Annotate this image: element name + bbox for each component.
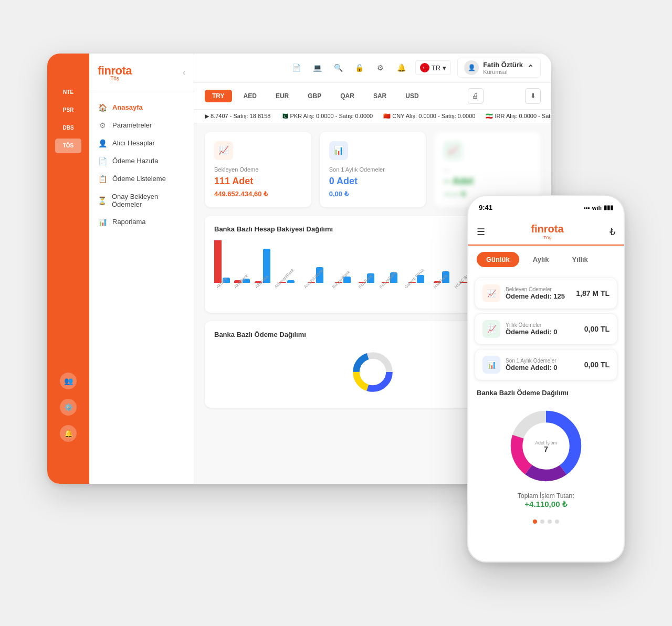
print-button[interactable]: 🖨 [468, 88, 484, 104]
account-icon: 👤 [98, 139, 107, 147]
nte-badge[interactable]: NTE [55, 85, 81, 100]
card2-label: Son 1 Aylık Ödemeler [329, 166, 417, 173]
trending-up-icon: 📈 [487, 289, 496, 298]
currency-eur[interactable]: EUR [268, 90, 296, 102]
card2-icon: 📊 [333, 145, 344, 155]
chart-up-icon: 📈 [487, 325, 496, 333]
mobile-card-value-son1aylik: Ödeme Adedi: 0 [506, 364, 557, 372]
doc-icon[interactable]: 📄 [289, 60, 304, 75]
donut-svg [349, 348, 396, 396]
bar-group-garantibbva: Garanti BBVA [404, 275, 429, 291]
dot-1[interactable] [533, 519, 537, 524]
nav-item-alici-hesaplar[interactable]: 👤 Alıcı Hesaplar [89, 134, 194, 152]
gear-icon[interactable]: ⚙ [373, 60, 388, 75]
mobile-logo: finrota [531, 223, 563, 235]
currency-try[interactable]: TRY [205, 90, 232, 102]
users-icon[interactable]: 👥 [60, 373, 77, 389]
mobile-mockup: 9:41 ▪▪▪ wifi ▮▮▮ ☰ finrota Töş ₺ Günlük… [467, 195, 625, 563]
bar-group-akbank: Akbank [214, 240, 230, 291]
nav-item-onay-bekleyen[interactable]: ⏳ Onay Bekleyen Ödemeler [89, 188, 194, 213]
collapse-button[interactable]: ‹ [183, 68, 185, 77]
currency-usd[interactable]: USD [398, 90, 426, 102]
lang-selector[interactable]: 🇹🇷 TR ▾ [415, 60, 451, 75]
mobile-card-son1aylik: 📊 Son 1 Aylık Ödemeler Ödeme Adedi: 0 0,… [475, 349, 617, 380]
lang-label: TR [432, 64, 440, 72]
currency-aed[interactable]: AED [236, 90, 264, 102]
nav-item-anasayfa[interactable]: 🏠 Anasayfa [89, 99, 194, 116]
mobile-tab-gunluk[interactable]: Günlük [477, 252, 519, 267]
psr-badge[interactable]: PSR [55, 103, 81, 118]
download-button[interactable]: ⬇ [525, 88, 541, 104]
nav-item-odeme-listeleme[interactable]: 📋 Ödeme Listeleme [89, 170, 194, 188]
card1-amount: 449.652.434,60 ₺ [214, 190, 302, 198]
mobile-time: 9:41 [479, 204, 492, 211]
user-info[interactable]: 👤 Fatih Öztürk Kurumsal ⌃ [457, 58, 541, 78]
mobile-currency-icon[interactable]: ₺ [610, 226, 615, 238]
monitor-icon[interactable]: 💻 [310, 60, 325, 75]
currency-qar[interactable]: QAR [333, 90, 362, 102]
bar-chart-icon: 📊 [487, 360, 496, 369]
lang-chevron: ▾ [443, 64, 446, 72]
mobile-card-left-son1aylik: 📊 Son 1 Aylık Ödemeler Ödeme Adedi: 0 [482, 356, 557, 374]
signal-icon: ▪▪▪ [584, 205, 590, 211]
card1-icon: 📈 [218, 145, 229, 155]
mobile-card-amount-bekleyen: 1,87 M TL [576, 289, 610, 298]
nav-label-onay-bekleyen: Onay Bekleyen Ödemeler [112, 193, 185, 208]
mobile-header: ☰ finrota Töş ₺ [468, 219, 624, 246]
nav-item-parametreler[interactable]: ⚙ Parametreler [89, 116, 194, 134]
lock-icon[interactable]: 🔒 [352, 60, 367, 75]
logo-area: finrota Töş ‹ [89, 64, 194, 92]
card1-count: 111 Adet [214, 176, 302, 187]
svg-text:Adet İşlem: Adet İşlem [535, 440, 557, 445]
card3-icon: 📈 [448, 145, 458, 155]
list-icon: 📋 [98, 175, 107, 183]
mobile-card-left-bekleyen: 📈 Bekleyen Ödemeler Ödeme Adedi: 125 [482, 284, 565, 302]
left-bottom-icons: 👥 ⚙️ 🔔 [60, 373, 77, 442]
mobile-donut-area: Adet İşlem 7 Toplam İşlem Tutarı: +4.110… [468, 399, 624, 514]
notification-icon[interactable]: 🔔 [60, 425, 77, 442]
bell-icon[interactable]: 🔔 [394, 60, 409, 75]
mobile-card-value-bekleyen: Ödeme Adedi: 125 [506, 292, 565, 300]
dot-4[interactable] [555, 519, 559, 524]
card3-icon-wrap: 📈 [444, 141, 463, 160]
mobile-total-amount: +4.110,00 ₺ [524, 500, 567, 509]
mobile-card-left-yillik: 📈 Yıllık Ödemeler Ödeme Adedi: 0 [482, 320, 557, 338]
card1-label: Bekleyen Ödeme [214, 166, 302, 173]
settings-icon[interactable]: ⚙️ [60, 399, 77, 416]
dot-3[interactable] [548, 519, 552, 524]
mobile-card-icon-son1aylik: 📊 [482, 356, 500, 374]
mobile-menu-icon[interactable]: ☰ [477, 226, 485, 238]
mobile-tab-aylik[interactable]: Aylık [523, 252, 559, 267]
mobile-tab-yillik[interactable]: Yıllık [562, 252, 597, 267]
bar-akbank-red [214, 240, 222, 283]
mobile-card-label-son1aylik: Son 1 Aylık Ödemeler [506, 358, 557, 364]
mobile-donut-svg: Adet İşlem 7 [504, 404, 588, 488]
currency-bar: TRY AED EUR GBP QAR SAR USD 🖨 ⬇ [194, 83, 551, 110]
mobile-card-icon-yillik: 📈 [482, 320, 500, 338]
ticker-cny: 🇨🇳 CNY Alış: 0.0000 - Satış: 0.0000 [383, 113, 475, 120]
nav-label-raporlama: Raporlama [112, 218, 146, 226]
tos-badge[interactable]: TÖS [55, 139, 81, 153]
mobile-card-icon-bekleyen: 📈 [482, 284, 500, 302]
report-icon: 📊 [98, 218, 107, 226]
nav-items: 🏠 Anasayfa ⚙ Parametreler 👤 Alıcı Hesapl… [89, 92, 194, 237]
user-avatar: 👤 [464, 60, 479, 75]
user-name: Fatih Öztürk [483, 61, 523, 69]
nav-item-raporlama[interactable]: 📊 Raporlama [89, 213, 194, 231]
mobile-card-label-bekleyen: Bekleyen Ödemeler [506, 287, 565, 292]
bar-group-halkbank: HalkBank [433, 271, 450, 291]
currency-gbp[interactable]: GBP [300, 90, 329, 102]
currency-sar[interactable]: SAR [366, 90, 394, 102]
nav-label-alici: Alıcı Hesaplar [112, 139, 155, 147]
card-son-1-aylik: 📊 Son 1 Aylık Ödemeler 0 Adet 0,00 ₺ [320, 132, 426, 207]
mobile-card-bekleyen: 📈 Bekleyen Ödemeler Ödeme Adedi: 125 1,8… [475, 278, 617, 309]
card2-amount: 0,00 ₺ [329, 190, 417, 198]
dot-2[interactable] [540, 519, 544, 524]
tr-flag: 🇹🇷 [420, 63, 429, 72]
dbs-badge[interactable]: DBS [55, 121, 81, 135]
mobile-logo-sub: Töş [531, 235, 563, 240]
bar-group-burganbank: BurganBank [331, 277, 354, 291]
nav-item-odeme-hazirla[interactable]: 📄 Ödeme Hazırla [89, 152, 194, 170]
bar-group-albaraka: Albaraka [254, 249, 271, 291]
search-icon[interactable]: 🔍 [331, 60, 346, 75]
